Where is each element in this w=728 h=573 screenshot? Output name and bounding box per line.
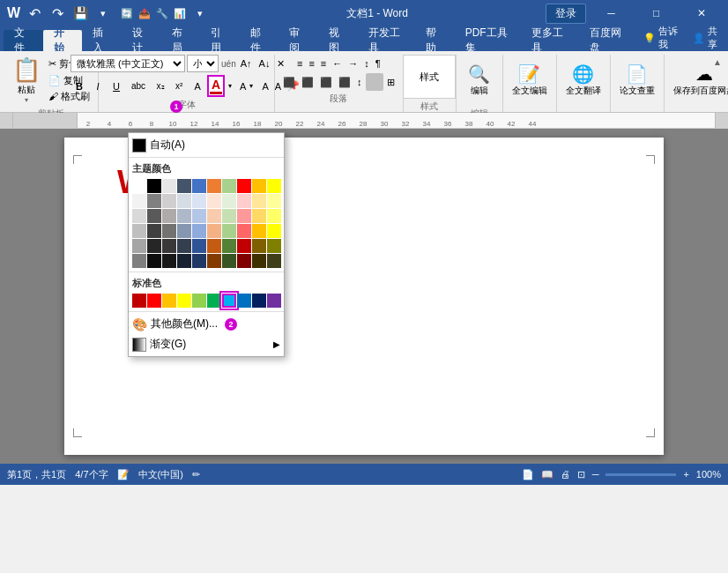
redo-btn[interactable]: ↷ [48,4,66,22]
theme-color-cell[interactable] [177,179,191,193]
decrease-font-btn[interactable]: A↓ [256,55,273,72]
font-color-dropdown-btn[interactable]: ▾ [226,82,234,90]
view-print-btn[interactable]: 🖨 [561,469,570,480]
standard-color-cell[interactable] [237,294,251,308]
close-btn[interactable]: ✕ [681,0,721,26]
tab-baidu[interactable]: 百度网盘 [579,30,636,51]
standard-color-cell[interactable] [147,294,161,308]
theme-color-cell[interactable] [132,224,146,238]
tab-help[interactable]: 帮助 [415,30,455,51]
zoom-slider[interactable] [605,473,676,476]
standard-color-cell[interactable] [162,294,176,308]
share-btn[interactable]: 👤共享 [686,25,728,51]
theme-color-cell[interactable] [192,179,206,193]
numbering-btn[interactable]: ≡ [306,55,316,72]
theme-color-cell[interactable] [207,209,221,223]
theme-color-cell[interactable] [147,194,161,208]
theme-color-cell[interactable] [192,254,206,268]
align-right-btn[interactable]: ⬛ [317,73,335,91]
theme-color-cell[interactable] [162,209,176,223]
tab-review[interactable]: 审阅 [279,30,318,51]
tab-design[interactable]: 设计 [122,30,161,51]
zoom-in-btn[interactable]: + [683,469,688,480]
theme-color-cell[interactable] [252,209,266,223]
zoom-out-btn[interactable]: ─ [592,469,599,480]
tab-more-tools[interactable]: 更多工具 [521,30,578,51]
maximize-btn[interactable]: □ [636,0,676,26]
theme-color-cell[interactable] [177,239,191,253]
theme-color-cell[interactable] [237,239,251,253]
minimize-btn[interactable]: ─ [591,0,631,26]
standard-color-cell[interactable] [222,294,236,308]
paper-check-btn[interactable]: 📄 论文查重 [616,55,658,106]
theme-color-cell[interactable] [252,239,266,253]
theme-color-cell[interactable] [192,239,206,253]
auto-color-option[interactable]: 自动(A) [129,135,284,155]
theme-color-cell[interactable] [252,224,266,238]
paste-btn[interactable]: 📋 粘贴 ▾ [9,55,44,106]
tab-pdf[interactable]: PDF工具集 [455,30,522,51]
font-color-btn[interactable]: A [207,75,225,97]
theme-color-cell[interactable] [162,254,176,268]
standard-color-cell[interactable] [252,294,266,308]
theme-color-cell[interactable] [132,239,146,253]
theme-color-cell[interactable] [237,224,251,238]
theme-color-cell[interactable] [147,239,161,253]
theme-color-cell[interactable] [222,224,236,238]
theme-color-cell[interactable] [207,224,221,238]
find-replace-btn[interactable]: 🔍 编辑 [462,55,497,106]
highlight-btn[interactable]: A [237,78,249,95]
theme-color-cell[interactable] [177,254,191,268]
theme-color-cell[interactable] [267,194,281,208]
theme-color-cell[interactable] [207,254,221,268]
border-btn[interactable]: ⊞ [384,73,397,91]
tell-me-btn[interactable]: 💡告诉我 [636,25,687,51]
tab-home[interactable]: 开始 [43,30,83,51]
login-btn[interactable]: 登录 [546,4,586,24]
fulltext-edit-btn[interactable]: 📝 全文编辑 [509,55,551,106]
tab-mail[interactable]: 邮件 [240,30,279,51]
justify-btn[interactable]: ⬛ [336,73,353,91]
standard-color-cell[interactable] [192,294,206,308]
theme-color-cell[interactable] [132,194,146,208]
theme-color-cell[interactable] [252,179,266,193]
paragraph-mark-btn[interactable]: ¶ [373,55,383,72]
theme-color-cell[interactable] [177,194,191,208]
theme-color-cell[interactable] [222,254,236,268]
theme-color-cell[interactable] [132,209,146,223]
theme-color-cell[interactable] [207,239,221,253]
theme-color-cell[interactable] [267,224,281,238]
tab-insert[interactable]: 插入 [82,30,122,51]
theme-color-cell[interactable] [207,194,221,208]
theme-color-cell[interactable] [177,209,191,223]
standard-color-cell[interactable] [177,294,191,308]
theme-color-cell[interactable] [192,194,206,208]
view-web-btn[interactable]: 📄 [522,469,534,480]
theme-color-cell[interactable] [267,254,281,268]
theme-color-cell[interactable] [222,194,236,208]
theme-color-cell[interactable] [222,209,236,223]
multilevel-btn[interactable]: ≡ [318,55,329,72]
tab-view[interactable]: 视图 [318,30,358,51]
save-quick-btn[interactable]: 💾 [71,4,89,22]
theme-color-cell[interactable] [147,209,161,223]
bullets-btn[interactable]: ≡ [294,55,305,72]
theme-color-cell[interactable] [207,179,221,193]
customize-btn[interactable]: ▾ [94,4,112,22]
theme-color-cell[interactable] [252,194,266,208]
dropdown-btn[interactable]: ▾ [191,4,209,22]
underline-btn[interactable]: U [108,78,125,95]
italic-btn[interactable]: I [89,78,107,95]
translate-btn[interactable]: 🌐 全文翻译 [562,55,605,106]
undo-btn[interactable]: ↶ [26,4,43,22]
tab-developer[interactable]: 开发工具 [358,30,415,51]
view-read-btn[interactable]: 📖 [541,469,553,480]
tab-layout[interactable]: 布局 [161,30,201,51]
styles-gallery[interactable]: 样式 [403,55,456,99]
theme-color-cell[interactable] [252,254,266,268]
shading-btn[interactable] [366,73,383,91]
line-spacing-btn[interactable]: ↕ [354,73,365,91]
theme-color-cell[interactable] [237,254,251,268]
theme-color-cell[interactable] [147,179,161,193]
theme-color-cell[interactable] [162,239,176,253]
